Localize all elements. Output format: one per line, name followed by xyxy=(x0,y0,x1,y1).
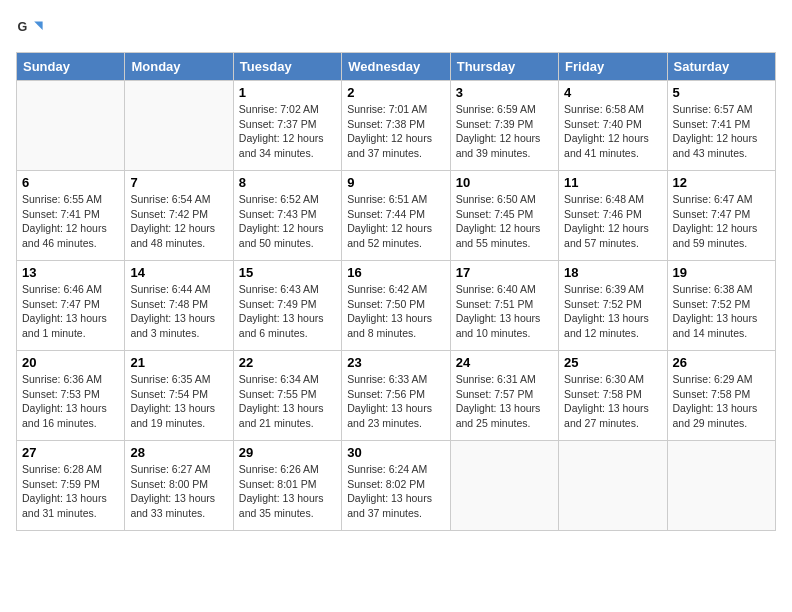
day-number: 6 xyxy=(22,175,119,190)
calendar-cell: 2Sunrise: 7:01 AM Sunset: 7:38 PM Daylig… xyxy=(342,81,450,171)
logo: G xyxy=(16,16,48,44)
day-info: Sunrise: 7:02 AM Sunset: 7:37 PM Dayligh… xyxy=(239,102,336,161)
day-info: Sunrise: 6:57 AM Sunset: 7:41 PM Dayligh… xyxy=(673,102,770,161)
day-number: 25 xyxy=(564,355,661,370)
calendar-cell: 26Sunrise: 6:29 AM Sunset: 7:58 PM Dayli… xyxy=(667,351,775,441)
calendar-cell: 25Sunrise: 6:30 AM Sunset: 7:58 PM Dayli… xyxy=(559,351,667,441)
calendar-cell: 24Sunrise: 6:31 AM Sunset: 7:57 PM Dayli… xyxy=(450,351,558,441)
day-info: Sunrise: 6:24 AM Sunset: 8:02 PM Dayligh… xyxy=(347,462,444,521)
day-info: Sunrise: 6:59 AM Sunset: 7:39 PM Dayligh… xyxy=(456,102,553,161)
day-number: 3 xyxy=(456,85,553,100)
day-number: 22 xyxy=(239,355,336,370)
calendar-cell: 14Sunrise: 6:44 AM Sunset: 7:48 PM Dayli… xyxy=(125,261,233,351)
day-number: 27 xyxy=(22,445,119,460)
day-info: Sunrise: 6:48 AM Sunset: 7:46 PM Dayligh… xyxy=(564,192,661,251)
day-info: Sunrise: 6:38 AM Sunset: 7:52 PM Dayligh… xyxy=(673,282,770,341)
calendar-cell: 17Sunrise: 6:40 AM Sunset: 7:51 PM Dayli… xyxy=(450,261,558,351)
calendar-cell: 4Sunrise: 6:58 AM Sunset: 7:40 PM Daylig… xyxy=(559,81,667,171)
day-info: Sunrise: 6:33 AM Sunset: 7:56 PM Dayligh… xyxy=(347,372,444,431)
day-number: 7 xyxy=(130,175,227,190)
calendar-cell: 22Sunrise: 6:34 AM Sunset: 7:55 PM Dayli… xyxy=(233,351,341,441)
calendar-cell: 20Sunrise: 6:36 AM Sunset: 7:53 PM Dayli… xyxy=(17,351,125,441)
day-info: Sunrise: 6:36 AM Sunset: 7:53 PM Dayligh… xyxy=(22,372,119,431)
calendar-cell: 30Sunrise: 6:24 AM Sunset: 8:02 PM Dayli… xyxy=(342,441,450,531)
calendar-week-row: 6Sunrise: 6:55 AM Sunset: 7:41 PM Daylig… xyxy=(17,171,776,261)
calendar-cell: 18Sunrise: 6:39 AM Sunset: 7:52 PM Dayli… xyxy=(559,261,667,351)
day-number: 1 xyxy=(239,85,336,100)
day-info: Sunrise: 6:35 AM Sunset: 7:54 PM Dayligh… xyxy=(130,372,227,431)
day-number: 11 xyxy=(564,175,661,190)
calendar-cell: 8Sunrise: 6:52 AM Sunset: 7:43 PM Daylig… xyxy=(233,171,341,261)
calendar-cell xyxy=(450,441,558,531)
header-tuesday: Tuesday xyxy=(233,53,341,81)
header-thursday: Thursday xyxy=(450,53,558,81)
day-info: Sunrise: 6:51 AM Sunset: 7:44 PM Dayligh… xyxy=(347,192,444,251)
calendar-cell: 5Sunrise: 6:57 AM Sunset: 7:41 PM Daylig… xyxy=(667,81,775,171)
calendar-cell: 11Sunrise: 6:48 AM Sunset: 7:46 PM Dayli… xyxy=(559,171,667,261)
day-number: 30 xyxy=(347,445,444,460)
header-sunday: Sunday xyxy=(17,53,125,81)
day-number: 19 xyxy=(673,265,770,280)
day-info: Sunrise: 6:58 AM Sunset: 7:40 PM Dayligh… xyxy=(564,102,661,161)
calendar-cell: 3Sunrise: 6:59 AM Sunset: 7:39 PM Daylig… xyxy=(450,81,558,171)
day-info: Sunrise: 6:31 AM Sunset: 7:57 PM Dayligh… xyxy=(456,372,553,431)
day-number: 9 xyxy=(347,175,444,190)
calendar-cell: 28Sunrise: 6:27 AM Sunset: 8:00 PM Dayli… xyxy=(125,441,233,531)
svg-marker-1 xyxy=(34,22,42,30)
day-number: 12 xyxy=(673,175,770,190)
day-info: Sunrise: 6:27 AM Sunset: 8:00 PM Dayligh… xyxy=(130,462,227,521)
day-info: Sunrise: 6:52 AM Sunset: 7:43 PM Dayligh… xyxy=(239,192,336,251)
calendar-week-row: 20Sunrise: 6:36 AM Sunset: 7:53 PM Dayli… xyxy=(17,351,776,441)
calendar-cell: 10Sunrise: 6:50 AM Sunset: 7:45 PM Dayli… xyxy=(450,171,558,261)
day-info: Sunrise: 6:50 AM Sunset: 7:45 PM Dayligh… xyxy=(456,192,553,251)
calendar-cell: 23Sunrise: 6:33 AM Sunset: 7:56 PM Dayli… xyxy=(342,351,450,441)
calendar-cell: 7Sunrise: 6:54 AM Sunset: 7:42 PM Daylig… xyxy=(125,171,233,261)
day-info: Sunrise: 6:26 AM Sunset: 8:01 PM Dayligh… xyxy=(239,462,336,521)
calendar-week-row: 1Sunrise: 7:02 AM Sunset: 7:37 PM Daylig… xyxy=(17,81,776,171)
day-number: 23 xyxy=(347,355,444,370)
calendar-cell: 21Sunrise: 6:35 AM Sunset: 7:54 PM Dayli… xyxy=(125,351,233,441)
day-number: 4 xyxy=(564,85,661,100)
calendar-cell xyxy=(125,81,233,171)
day-number: 17 xyxy=(456,265,553,280)
svg-text:G: G xyxy=(17,20,27,34)
calendar-cell xyxy=(17,81,125,171)
day-number: 2 xyxy=(347,85,444,100)
calendar-cell: 6Sunrise: 6:55 AM Sunset: 7:41 PM Daylig… xyxy=(17,171,125,261)
calendar-header-row: SundayMondayTuesdayWednesdayThursdayFrid… xyxy=(17,53,776,81)
day-number: 10 xyxy=(456,175,553,190)
day-number: 26 xyxy=(673,355,770,370)
day-number: 28 xyxy=(130,445,227,460)
page-header: G xyxy=(16,16,776,44)
day-info: Sunrise: 6:46 AM Sunset: 7:47 PM Dayligh… xyxy=(22,282,119,341)
calendar-cell xyxy=(559,441,667,531)
day-number: 13 xyxy=(22,265,119,280)
calendar-week-row: 27Sunrise: 6:28 AM Sunset: 7:59 PM Dayli… xyxy=(17,441,776,531)
header-monday: Monday xyxy=(125,53,233,81)
day-number: 15 xyxy=(239,265,336,280)
day-number: 18 xyxy=(564,265,661,280)
day-number: 21 xyxy=(130,355,227,370)
day-info: Sunrise: 6:29 AM Sunset: 7:58 PM Dayligh… xyxy=(673,372,770,431)
day-info: Sunrise: 6:40 AM Sunset: 7:51 PM Dayligh… xyxy=(456,282,553,341)
day-info: Sunrise: 7:01 AM Sunset: 7:38 PM Dayligh… xyxy=(347,102,444,161)
day-info: Sunrise: 6:54 AM Sunset: 7:42 PM Dayligh… xyxy=(130,192,227,251)
day-number: 5 xyxy=(673,85,770,100)
day-info: Sunrise: 6:55 AM Sunset: 7:41 PM Dayligh… xyxy=(22,192,119,251)
header-saturday: Saturday xyxy=(667,53,775,81)
logo-icon: G xyxy=(16,16,44,44)
calendar-cell: 19Sunrise: 6:38 AM Sunset: 7:52 PM Dayli… xyxy=(667,261,775,351)
day-info: Sunrise: 6:28 AM Sunset: 7:59 PM Dayligh… xyxy=(22,462,119,521)
calendar-cell xyxy=(667,441,775,531)
day-number: 29 xyxy=(239,445,336,460)
day-info: Sunrise: 6:47 AM Sunset: 7:47 PM Dayligh… xyxy=(673,192,770,251)
day-number: 8 xyxy=(239,175,336,190)
day-info: Sunrise: 6:39 AM Sunset: 7:52 PM Dayligh… xyxy=(564,282,661,341)
day-number: 14 xyxy=(130,265,227,280)
calendar-cell: 12Sunrise: 6:47 AM Sunset: 7:47 PM Dayli… xyxy=(667,171,775,261)
day-info: Sunrise: 6:34 AM Sunset: 7:55 PM Dayligh… xyxy=(239,372,336,431)
day-info: Sunrise: 6:30 AM Sunset: 7:58 PM Dayligh… xyxy=(564,372,661,431)
calendar-cell: 1Sunrise: 7:02 AM Sunset: 7:37 PM Daylig… xyxy=(233,81,341,171)
day-info: Sunrise: 6:44 AM Sunset: 7:48 PM Dayligh… xyxy=(130,282,227,341)
calendar-cell: 16Sunrise: 6:42 AM Sunset: 7:50 PM Dayli… xyxy=(342,261,450,351)
